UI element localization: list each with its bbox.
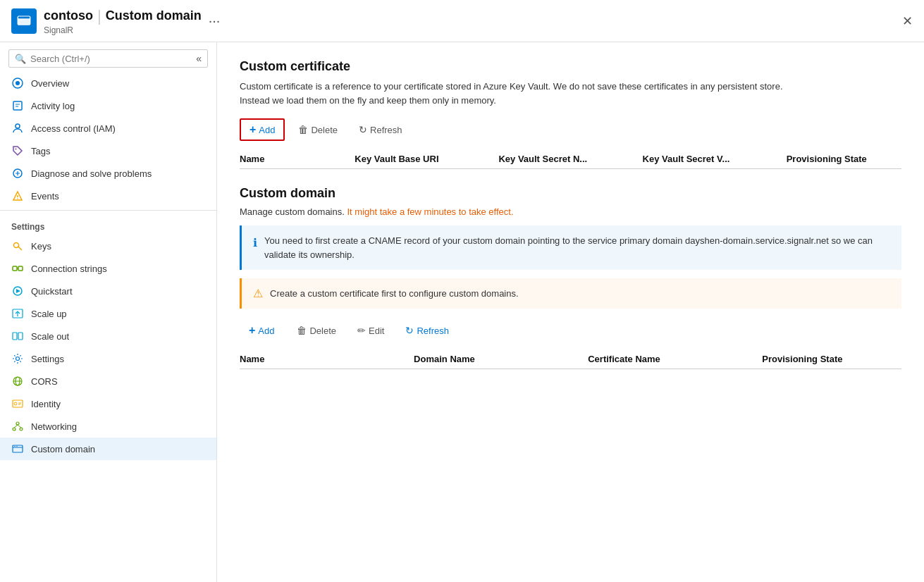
sidebar-item-activity-log[interactable]: Activity log xyxy=(0,94,216,117)
svg-point-41 xyxy=(16,446,17,447)
separator: | xyxy=(97,7,101,25)
cert-add-plus-icon: + xyxy=(250,123,256,136)
sidebar-item-diagnose[interactable]: Diagnose and solve problems xyxy=(0,162,216,185)
domain-col-provisioning: Provisioning State xyxy=(762,354,901,364)
domain-delete-icon: 🗑 xyxy=(297,325,307,336)
svg-point-15 xyxy=(14,243,19,248)
sidebar-item-overview[interactable]: Overview xyxy=(0,72,216,94)
resource-name: contoso xyxy=(44,8,93,23)
cert-refresh-icon: ↻ xyxy=(359,124,367,135)
domain-add-plus-icon: + xyxy=(249,324,255,337)
svg-point-5 xyxy=(16,81,20,85)
sidebar-search-box[interactable]: 🔍 « xyxy=(8,49,208,68)
cert-add-button[interactable]: + Add xyxy=(240,118,285,141)
settings-section-title: Settings xyxy=(0,213,216,235)
sidebar-item-quickstart[interactable]: Quickstart xyxy=(0,280,216,302)
scaleup-icon xyxy=(11,307,24,320)
domain-add-button[interactable]: + Add xyxy=(240,320,283,341)
collapse-icon[interactable]: « xyxy=(196,53,202,64)
events-icon xyxy=(11,190,24,202)
cert-refresh-button[interactable]: ↻ Refresh xyxy=(351,120,410,140)
domain-delete-button[interactable]: 🗑 Delete xyxy=(289,321,344,340)
svg-point-14 xyxy=(17,198,18,199)
svg-point-30 xyxy=(14,402,17,405)
sidebar-item-label-keys: Keys xyxy=(31,241,51,252)
cert-col-name: Name xyxy=(240,154,355,164)
svg-point-25 xyxy=(16,357,20,361)
sidebar-item-cors[interactable]: CORS xyxy=(0,370,216,392)
cert-delete-button[interactable]: 🗑 Delete xyxy=(290,120,345,140)
sidebar-item-scale-up[interactable]: Scale up xyxy=(0,302,216,325)
cert-col-secret-name: Key Vault Secret N... xyxy=(498,154,642,164)
sidebar-item-events[interactable]: Events xyxy=(0,185,216,207)
svg-line-36 xyxy=(14,425,18,428)
svg-point-40 xyxy=(14,446,15,447)
customdomain-icon xyxy=(11,442,24,455)
sidebar-item-label-networking: Networking xyxy=(31,421,77,432)
svg-line-37 xyxy=(18,425,21,428)
sidebar-divider-settings xyxy=(0,210,216,211)
svg-rect-17 xyxy=(18,266,23,271)
networking-icon xyxy=(11,420,24,433)
svg-point-33 xyxy=(16,422,19,425)
scaleout-icon xyxy=(11,330,24,342)
top-bar: www contoso | Custom domain SignalR ··· … xyxy=(0,0,924,42)
sidebar-item-keys[interactable]: Keys xyxy=(0,235,216,257)
domain-info-box: ℹ You need to first create a CNAME recor… xyxy=(240,225,901,270)
connection-icon xyxy=(11,262,24,275)
svg-marker-20 xyxy=(16,289,20,293)
keys-icon xyxy=(11,240,24,252)
identity-icon xyxy=(11,397,24,410)
domain-section-title: Custom domain xyxy=(240,186,901,201)
domain-section-desc: Manage custom domains. It might take a f… xyxy=(240,206,901,217)
domain-edit-button[interactable]: ✏ Edit xyxy=(350,321,392,340)
sidebar-item-access-control[interactable]: Access control (IAM) xyxy=(0,117,216,140)
sidebar-item-label-connection-strings: Connection strings xyxy=(31,264,107,274)
cert-refresh-label: Refresh xyxy=(370,125,402,135)
domain-col-domain: Domain Name xyxy=(414,354,588,364)
domain-section: Custom domain Manage custom domains. It … xyxy=(240,186,901,369)
sidebar-item-label-settings: Settings xyxy=(31,354,64,364)
domain-edit-icon: ✏ xyxy=(357,325,366,336)
sidebar-item-label-diagnose: Diagnose and solve problems xyxy=(31,168,152,179)
cert-desc-text2: Instead we load them on the fly and keep… xyxy=(240,95,496,106)
sidebar-item-label-overview: Overview xyxy=(31,78,69,89)
domain-warn-text: Create a custom certificate first to con… xyxy=(270,288,519,299)
main-content: Custom certificate Custom certificate is… xyxy=(217,42,924,582)
domain-refresh-label: Refresh xyxy=(417,326,449,336)
sidebar-item-label-quickstart: Quickstart xyxy=(31,286,73,297)
sidebar-nav-settings: Keys Connection strings Quickstart Scale… xyxy=(0,235,216,460)
domain-refresh-icon: ↻ xyxy=(405,325,414,336)
cert-delete-icon: 🗑 xyxy=(298,124,308,135)
search-icon: 🔍 xyxy=(15,54,26,64)
close-button[interactable]: ✕ xyxy=(902,13,913,29)
domain-refresh-button[interactable]: ↻ Refresh xyxy=(398,321,457,340)
sidebar-item-settings[interactable]: Settings xyxy=(0,347,216,370)
svg-rect-16 xyxy=(13,266,17,271)
sidebar-item-label-scale-up: Scale up xyxy=(31,309,67,319)
svg-rect-23 xyxy=(13,333,17,340)
sidebar-item-custom-domain[interactable]: Custom domain xyxy=(0,438,216,460)
cert-section-title: Custom certificate xyxy=(240,59,901,74)
cert-section: Custom certificate Custom certificate is… xyxy=(240,59,901,169)
sidebar-item-connection-strings[interactable]: Connection strings xyxy=(0,257,216,280)
sidebar-item-scale-out[interactable]: Scale out xyxy=(0,325,216,347)
sidebar-item-label-scale-out: Scale out xyxy=(31,331,69,342)
resource-subtitle: SignalR xyxy=(44,25,202,35)
search-input[interactable] xyxy=(30,54,196,64)
more-options-icon[interactable]: ··· xyxy=(209,13,221,29)
sidebar-item-tags[interactable]: Tags xyxy=(0,140,216,162)
activity-icon xyxy=(11,99,24,112)
domain-toolbar: + Add 🗑 Delete ✏ Edit ↻ Refresh xyxy=(240,320,901,341)
cert-col-provisioning: Provisioning State xyxy=(787,154,901,164)
cert-toolbar: + Add 🗑 Delete ↻ Refresh xyxy=(240,118,901,141)
sidebar: 🔍 « Overview Activity log xyxy=(0,42,217,582)
domain-info-text: You need to first create a CNAME record … xyxy=(264,234,890,261)
sidebar-item-label-events: Events xyxy=(31,191,59,202)
cert-delete-label: Delete xyxy=(311,125,338,135)
sidebar-item-identity[interactable]: Identity xyxy=(0,392,216,415)
svg-rect-6 xyxy=(13,101,22,110)
domain-add-label: Add xyxy=(258,326,274,336)
sidebar-item-label-activity-log: Activity log xyxy=(31,101,75,111)
sidebar-item-networking[interactable]: Networking xyxy=(0,415,216,438)
